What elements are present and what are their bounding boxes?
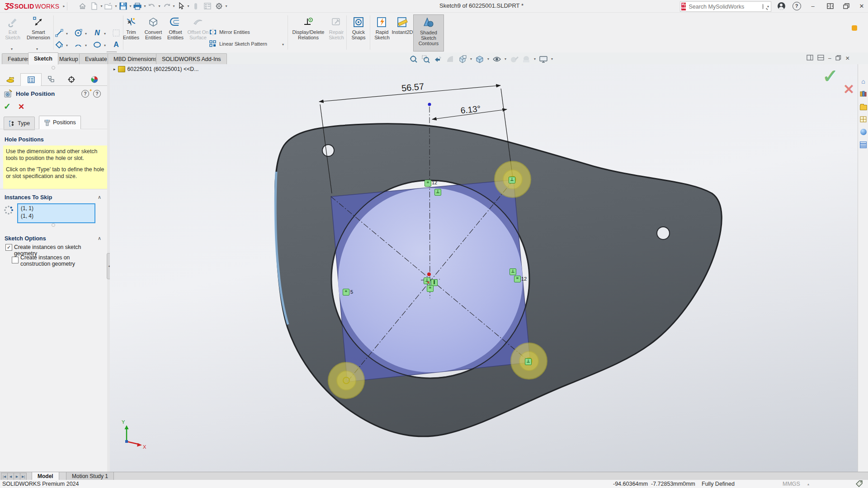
- relation-badge[interactable]: ⊥: [509, 177, 515, 183]
- last-tab-button[interactable]: ▶|: [20, 473, 27, 480]
- hide-show-items-icon[interactable]: [492, 55, 501, 64]
- checkbox-construction-geometry[interactable]: [12, 257, 19, 263]
- next-tab-button[interactable]: ▶: [14, 473, 20, 480]
- text-tool-button[interactable]: A: [112, 41, 120, 49]
- apply-scene-caret-icon[interactable]: ▾: [534, 57, 536, 61]
- previous-view-icon[interactable]: [434, 55, 443, 64]
- checkbox-sketch-geometry[interactable]: ✓: [5, 244, 12, 251]
- view-orientation-caret-icon[interactable]: ▾: [470, 57, 472, 61]
- trim-entities-button[interactable]: Trim Entities: [119, 14, 143, 40]
- tab-type[interactable]: Type: [4, 117, 35, 130]
- relation-badge[interactable]: ⊥: [434, 189, 441, 196]
- open-file-caret-icon[interactable]: ▾: [115, 5, 117, 8]
- help-star-icon[interactable]: ?✦: [81, 90, 93, 98]
- new-file-button[interactable]: [89, 1, 99, 11]
- breadcrumb-label[interactable]: 60225001 (60225001) <<D...: [127, 66, 199, 72]
- undo-caret-icon[interactable]: ▾: [158, 5, 160, 8]
- tab-positions[interactable]: Positions: [39, 116, 81, 129]
- tab-featuremanager[interactable]: [0, 73, 20, 86]
- relation-badge[interactable]: =: [514, 276, 521, 282]
- relation-badge[interactable]: =: [427, 285, 434, 292]
- view-palette-icon[interactable]: [860, 116, 867, 123]
- ok-button[interactable]: ✓: [4, 101, 11, 112]
- new-file-caret-icon[interactable]: ▾: [100, 5, 102, 8]
- view-settings-icon[interactable]: [539, 55, 548, 64]
- confirm-sketch-icon[interactable]: ✓: [822, 65, 838, 87]
- minimize-button[interactable]: –: [807, 1, 818, 11]
- custom-properties-icon[interactable]: [860, 141, 867, 148]
- mirror-entities-button[interactable]: Mirror Entities: [209, 28, 250, 36]
- units-selector[interactable]: MMGS: [783, 481, 800, 487]
- shaded-sketch-contours-button[interactable]: Shaded Sketch Contours: [413, 14, 444, 52]
- menu-expander-icon[interactable]: ▸: [63, 5, 65, 8]
- view-orientation-icon[interactable]: [458, 55, 467, 64]
- arc-caret-icon[interactable]: ▾: [85, 43, 87, 47]
- tab-mbd-dimensions[interactable]: MBD Dimensions: [108, 53, 163, 65]
- display-delete-relations-button[interactable]: Display/Delete Relations: [292, 14, 325, 40]
- close-button[interactable]: ✕: [856, 1, 867, 11]
- gear-caret-icon[interactable]: ▾: [226, 5, 227, 8]
- ellipse-tool-button[interactable]: [93, 41, 101, 49]
- redo-button[interactable]: [161, 1, 172, 11]
- doc-close-icon[interactable]: ✕: [845, 55, 850, 61]
- select-button[interactable]: [176, 1, 187, 11]
- zoom-to-area-icon[interactable]: [421, 55, 430, 64]
- instant2d-button[interactable]: Instant2D: [390, 14, 415, 35]
- print-caret-icon[interactable]: ▾: [144, 5, 146, 8]
- undo-button[interactable]: [146, 1, 157, 11]
- touch-mode-button[interactable]: [190, 1, 201, 11]
- repair-sketch-button[interactable]: Repair Sketch: [325, 14, 348, 40]
- account-button[interactable]: [776, 1, 787, 11]
- design-library-icon[interactable]: [860, 90, 867, 98]
- offset-on-surface-button[interactable]: Offset On Surface: [186, 14, 210, 40]
- help-button[interactable]: ?: [791, 1, 802, 11]
- linear-pattern-caret-icon[interactable]: ▾: [282, 42, 284, 47]
- smart-dimension-button[interactable]: Smart Dimension: [24, 14, 52, 40]
- solidworks-resources-icon[interactable]: ⌂: [860, 78, 867, 85]
- tag-icon[interactable]: [856, 480, 863, 488]
- search-input[interactable]: [688, 3, 762, 10]
- relation-badge[interactable]: =: [343, 289, 349, 296]
- sketch-options-collapse-icon[interactable]: ∧: [98, 235, 101, 241]
- edit-appearance-icon[interactable]: [509, 55, 519, 64]
- options-list-button[interactable]: [202, 1, 213, 11]
- search-caret-icon[interactable]: ▾: [767, 5, 769, 9]
- print-button[interactable]: [132, 1, 143, 11]
- exit-sketch-button[interactable]: Exit Sketch: [2, 14, 24, 40]
- options-gear-button[interactable]: [214, 1, 225, 11]
- open-file-button[interactable]: [103, 1, 114, 11]
- circle-tool-button[interactable]: [74, 29, 82, 37]
- graphics-area[interactable]: Y X ▸ 60225001 (60225001) <<D... 56.57 6…: [110, 64, 858, 472]
- first-tab-button[interactable]: |◀: [1, 473, 8, 480]
- save-button[interactable]: [118, 1, 128, 11]
- line-tool-button[interactable]: [55, 29, 63, 37]
- linear-sketch-pattern-button[interactable]: Linear Sketch Pattern: [209, 40, 267, 48]
- display-style-caret-icon[interactable]: ▾: [487, 57, 489, 61]
- apply-scene-icon[interactable]: [522, 55, 531, 64]
- tree-expander-icon[interactable]: ▸: [113, 67, 116, 71]
- quick-snaps-button[interactable]: Quick Snaps: [348, 14, 369, 40]
- breadcrumb[interactable]: ▸ 60225001 (60225001) <<D...: [113, 66, 198, 72]
- list-item[interactable]: (1, 1): [21, 205, 92, 212]
- units-caret-icon[interactable]: ▴: [807, 482, 809, 486]
- polygon-caret-icon[interactable]: ▾: [66, 43, 68, 47]
- prev-tab-button[interactable]: ◀: [7, 473, 14, 480]
- instances-to-skip-list[interactable]: (1, 1) (1, 4): [17, 203, 95, 223]
- doc-minimize-icon[interactable]: –: [828, 55, 831, 61]
- spline-caret-icon[interactable]: ▾: [104, 32, 106, 36]
- tab-configurationmanager[interactable]: [41, 73, 61, 86]
- section-grip-icon[interactable]: [52, 223, 55, 227]
- tile-pane-icon[interactable]: [807, 55, 813, 62]
- zoom-to-fit-icon[interactable]: [409, 55, 418, 64]
- offset-entities-button[interactable]: Offset Entities: [164, 14, 187, 40]
- relation-badge[interactable]: =: [425, 180, 431, 187]
- instances-collapse-icon[interactable]: ∧: [98, 194, 101, 200]
- exit-sketch-caret-icon[interactable]: ▾: [11, 47, 13, 51]
- polygon-tool-button[interactable]: [55, 41, 63, 49]
- view-settings-caret-icon[interactable]: ▾: [551, 57, 553, 61]
- tab-solidworks-addins[interactable]: SOLIDWORKS Add-Ins: [156, 53, 227, 65]
- search-box[interactable]: My SW ▾: [680, 1, 771, 12]
- convert-entities-button[interactable]: Convert Entities: [141, 14, 165, 40]
- tile-windows-button[interactable]: [825, 1, 835, 11]
- line-caret-icon[interactable]: ▾: [66, 32, 68, 36]
